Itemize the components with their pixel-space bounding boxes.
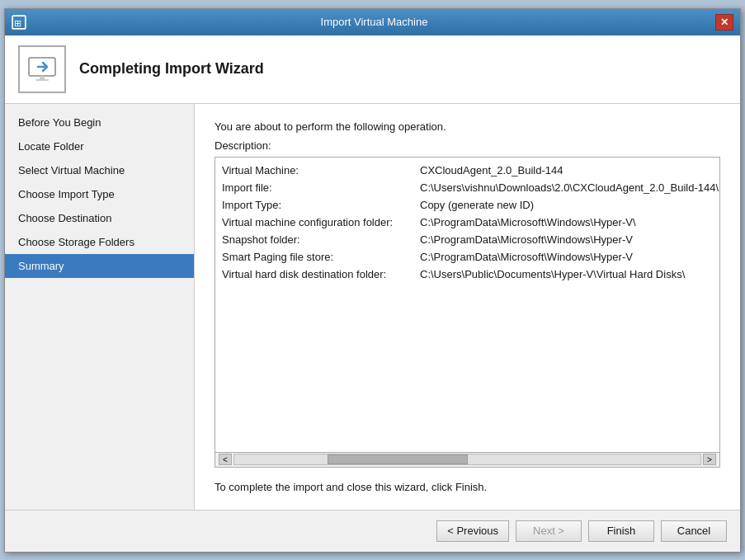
table-row: Smart Paging file store: C:\ProgramData\… (222, 251, 713, 263)
row-value: C:\Users\vishnu\Downloads\2.0\CXCloudAge… (420, 181, 719, 194)
sidebar-item-locate-folder[interactable]: Locate Folder (5, 134, 194, 158)
sidebar-item-choose-storage-folders[interactable]: Choose Storage Folders (5, 230, 194, 254)
row-value: CXCloudAgent_2.0_Build-144 (420, 164, 563, 176)
sidebar-item-choose-destination[interactable]: Choose Destination (5, 206, 194, 230)
next-button[interactable]: Next > (516, 520, 582, 542)
table-row: Virtual machine configuration folder: C:… (222, 216, 713, 228)
scroll-thumb[interactable] (328, 454, 468, 464)
import-wizard-window: ⊞ Import Virtual Machine ✕ Completing Im… (4, 8, 741, 553)
row-value: Copy (generate new ID) (420, 199, 534, 211)
header-area: Completing Import Wizard (5, 35, 740, 104)
horizontal-scrollbar[interactable]: < > (215, 452, 719, 467)
finish-note: To complete the import and close this wi… (215, 481, 720, 493)
row-key: Smart Paging file store: (222, 251, 420, 263)
description-table[interactable]: Virtual Machine: CXCloudAgent_2.0_Build-… (215, 158, 719, 452)
scroll-left-button[interactable]: < (219, 454, 232, 465)
footer-area: < Previous Next > Finish Cancel (5, 510, 740, 552)
sidebar-item-summary[interactable]: Summary (5, 254, 194, 278)
scroll-right-button[interactable]: > (703, 454, 716, 465)
previous-button[interactable]: < Previous (436, 520, 509, 542)
table-row: Virtual Machine: CXCloudAgent_2.0_Build-… (222, 164, 713, 176)
row-key: Virtual Machine: (222, 164, 420, 176)
row-key: Import file: (222, 181, 420, 194)
cancel-button[interactable]: Cancel (661, 520, 727, 542)
window-title: Import Virtual Machine (33, 16, 715, 28)
row-value: C:\ProgramData\Microsoft\Windows\Hyper-V (420, 233, 633, 246)
scroll-track[interactable] (233, 454, 701, 465)
table-row: Virtual hard disk destination folder: C:… (222, 268, 713, 280)
title-bar-icon: ⊞ (12, 15, 26, 30)
sidebar-item-before-you-begin[interactable]: Before You Begin (5, 111, 194, 134)
row-key: Virtual hard disk destination folder: (222, 268, 420, 280)
row-key: Snapshot folder: (222, 233, 420, 246)
finish-button[interactable]: Finish (588, 520, 654, 542)
sidebar-item-choose-import-type[interactable]: Choose Import Type (5, 182, 194, 206)
row-key: Virtual machine configuration folder: (222, 216, 420, 228)
title-bar: ⊞ Import Virtual Machine ✕ (5, 9, 740, 35)
close-button[interactable]: ✕ (715, 14, 733, 31)
window-body: Completing Import Wizard Before You Begi… (5, 35, 740, 552)
row-value: C:\ProgramData\Microsoft\Windows\Hyper-V (420, 251, 633, 263)
row-value: C:\Users\Public\Documents\Hyper-V\Virtua… (420, 268, 685, 280)
svg-rect-3 (40, 76, 45, 79)
sidebar: Before You Begin Locate Folder Select Vi… (5, 104, 195, 510)
sidebar-item-select-virtual-machine[interactable]: Select Virtual Machine (5, 158, 194, 182)
table-row: Import Type: Copy (generate new ID) (222, 199, 713, 211)
row-key: Import Type: (222, 199, 420, 211)
content-area: Before You Begin Locate Folder Select Vi… (5, 104, 740, 510)
description-label: Description: (215, 139, 720, 152)
main-content: You are about to perform the following o… (195, 104, 740, 510)
description-box: Virtual Machine: CXCloudAgent_2.0_Build-… (215, 157, 720, 468)
wizard-header-title: Completing Import Wizard (79, 60, 264, 78)
row-value: C:\ProgramData\Microsoft\Windows\Hyper-V… (420, 216, 636, 228)
table-row: Import file: C:\Users\vishnu\Downloads\2… (222, 181, 713, 194)
wizard-icon (18, 45, 66, 93)
svg-rect-4 (35, 79, 49, 81)
table-row: Snapshot folder: C:\ProgramData\Microsof… (222, 233, 713, 246)
intro-text: You are about to perform the following o… (215, 120, 720, 133)
svg-text:⊞: ⊞ (14, 17, 21, 27)
